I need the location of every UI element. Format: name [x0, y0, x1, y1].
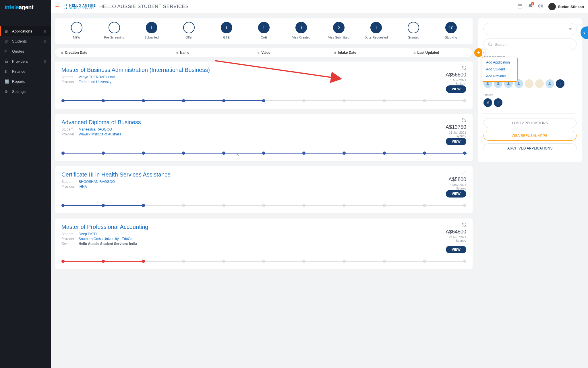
plus-icon[interactable]: ⊕: [43, 59, 47, 64]
sort-name[interactable]: ⇅Name: [142, 51, 223, 55]
partner-agent-chip[interactable]: [546, 79, 554, 88]
pipeline-stage[interactable]: 1Docs Requested: [357, 22, 395, 39]
add-student-option[interactable]: Add Student: [482, 66, 517, 73]
expand-icon[interactable]: [462, 66, 466, 71]
partner-agent-chip[interactable]: [535, 79, 544, 88]
search-box[interactable]: [483, 39, 577, 50]
view-button[interactable]: VIEW: [446, 85, 466, 93]
nav-quotes[interactable]: ⎘ Quotes: [0, 46, 51, 56]
progress-dot: [302, 152, 305, 155]
nav-applications[interactable]: ⊞ Applications ⊕: [0, 26, 51, 36]
application-card: Master of Professional Accounting Studen…: [55, 218, 473, 269]
view-button[interactable]: VIEW: [446, 246, 466, 253]
pipeline-stage[interactable]: 1Visa Created: [283, 22, 320, 39]
card-title[interactable]: Master of Business Administration (Inter…: [61, 67, 210, 73]
nav-finance[interactable]: $ Finance: [0, 66, 51, 76]
stage-label: Submitted: [144, 36, 159, 39]
card-title[interactable]: Certificate III in Health Services Assis…: [61, 171, 171, 178]
expand-icon[interactable]: [462, 118, 466, 124]
pipeline-stage[interactable]: 1GTE: [208, 22, 245, 39]
page-title: HELLO AUSSIE STUDENT SERVICES: [99, 4, 189, 9]
nav-providers[interactable]: 🏛 Providers ⊕: [0, 56, 51, 66]
archived-applications-button[interactable]: ARCHIVED APPLICATIONS: [483, 143, 577, 153]
user-menu[interactable]: Stefan Stinean: [548, 3, 584, 10]
pipeline-stage[interactable]: Pre-Screening: [95, 22, 133, 39]
header: ☰ ✦✦✦✦ HELLO AUSSIE STUDENT SERVICES HEL…: [51, 0, 588, 13]
sort-icon: ⇅: [334, 51, 336, 54]
progress-dot: [222, 260, 225, 263]
stars-icon: ✦✦✦✦: [63, 3, 67, 10]
lost-applications-button[interactable]: LOST APPLICATIONS: [483, 118, 577, 128]
progress-dot: [423, 260, 426, 263]
org-logo[interactable]: ✦✦✦✦ HELLO AUSSIE STUDENT SERVICES: [63, 3, 96, 10]
notification-badge: 5: [531, 2, 534, 5]
svg-point-13: [549, 82, 550, 84]
nav-reports[interactable]: 📊 Reports: [0, 76, 51, 87]
pipeline-stage[interactable]: 1CoE: [245, 22, 283, 39]
view-button[interactable]: VIEW: [446, 138, 466, 145]
card-location: Sydney: [448, 187, 466, 190]
sort-value[interactable]: ⇅Value: [223, 51, 305, 55]
office-chip[interactable]: M: [483, 98, 492, 107]
plus-icon[interactable]: ⊕: [43, 29, 47, 33]
nav-label: Applications: [12, 29, 32, 33]
sort-creation-date[interactable]: ⇅Creation Date: [61, 51, 142, 55]
pipeline-stage[interactable]: 2Visa Submitted: [320, 22, 357, 39]
student-link[interactable]: BHOOSHAN RAGGOO: [79, 180, 171, 184]
pipeline-stage[interactable]: 10Studying: [432, 22, 470, 39]
student-link[interactable]: Deep PATEL: [79, 232, 148, 236]
add-office[interactable]: +: [494, 98, 502, 107]
nav-list: ⊞ Applications ⊕ 🎓 Students ⊕ ⎘ Quotes 🏛…: [0, 26, 51, 97]
pipeline-stage[interactable]: Offer: [170, 22, 208, 39]
partner-agent-chip[interactable]: [525, 79, 533, 88]
hamburger-icon[interactable]: ☰: [55, 4, 59, 10]
pipeline-stage[interactable]: Granted: [395, 22, 432, 39]
status-select[interactable]: [483, 23, 577, 35]
progress-dot: [222, 152, 225, 155]
add-partner-agent[interactable]: +: [556, 79, 564, 88]
provider-link[interactable]: Federation University: [79, 80, 210, 84]
pipeline-stage[interactable]: 1Submitted: [133, 22, 170, 39]
nav-students[interactable]: 🎓 Students ⊕: [0, 36, 51, 46]
provider-link[interactable]: Southern Cross University - EduCo: [79, 237, 148, 241]
add-caret[interactable]: ▾: [482, 48, 486, 57]
stage-label: GTE: [223, 36, 230, 39]
sort-icon: ⇅: [176, 51, 178, 54]
svg-point-11: [508, 82, 509, 84]
view-button[interactable]: VIEW: [446, 190, 466, 198]
visa-refusal-button[interactable]: VISA REFUSAL APPS.: [483, 131, 577, 141]
student-link[interactable]: Vanya TRENDAFILOVA: [79, 75, 210, 79]
user-name: Stefan Stinean: [558, 5, 584, 9]
progress-bar: [61, 152, 466, 155]
bell-icon[interactable]: 5: [528, 3, 533, 10]
plus-icon[interactable]: ⊕: [43, 39, 47, 43]
progress-bar: [61, 260, 466, 263]
sort-last-updated[interactable]: ⇅Last Updated: [386, 51, 467, 55]
progress-dot: [383, 152, 386, 155]
add-application-option[interactable]: Add Application: [482, 59, 517, 66]
svg-point-5: [540, 5, 541, 7]
nav-settings[interactable]: ⚙ Settings: [0, 87, 51, 97]
expand-icon[interactable]: [462, 170, 466, 176]
pipeline-stage[interactable]: NEW: [58, 22, 95, 39]
add-provider-option[interactable]: Add Provider: [482, 73, 517, 80]
progress-dot: [262, 260, 265, 263]
provider-link[interactable]: Wawick Institute of Australia: [79, 132, 141, 136]
svg-point-6: [489, 43, 491, 45]
card-title[interactable]: Advanced Diploma of Business: [61, 119, 141, 126]
provider-link[interactable]: IHNA: [79, 185, 171, 189]
card-title[interactable]: Master of Professional Accounting: [61, 224, 148, 230]
progress-dot: [142, 204, 145, 207]
help-icon[interactable]: [538, 3, 543, 10]
calendar-icon[interactable]: [517, 3, 523, 10]
student-link[interactable]: Maneeshia RAGGOO: [79, 127, 141, 131]
expand-icon[interactable]: [462, 223, 466, 228]
progress-dot: [302, 204, 305, 207]
search-input[interactable]: [495, 42, 572, 47]
sort-intake-date[interactable]: ⇅Intake Date: [304, 51, 386, 55]
stage-label: Granted: [408, 36, 419, 39]
progress-bar: [61, 99, 466, 102]
nav-label: Students: [12, 39, 27, 43]
progress-dot: [102, 99, 105, 102]
stage-circle: 1: [370, 22, 382, 33]
